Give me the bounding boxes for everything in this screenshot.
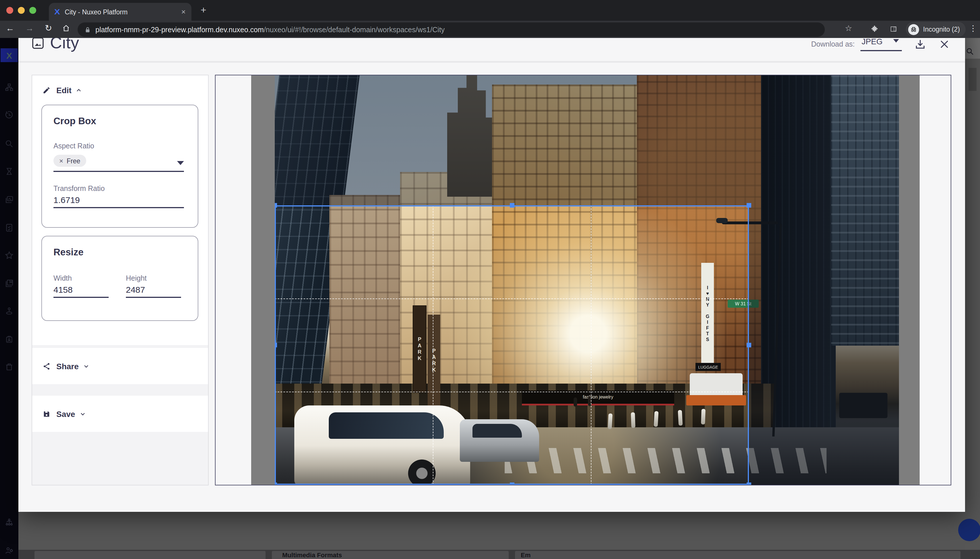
checklist-icon[interactable] [5, 223, 14, 232]
download-as-label: Download as: [811, 40, 855, 48]
workflow-person-icon[interactable] [5, 306, 14, 316]
window-zoom-button[interactable] [29, 7, 36, 14]
nuxeo-logo[interactable]: X [0, 48, 18, 62]
crop-handle-w[interactable] [275, 343, 277, 347]
save-section: Save [32, 396, 208, 432]
crop-handle-ne[interactable] [747, 203, 751, 208]
crop-box-card: Crop Box Aspect Ratio × Free Transform R… [41, 105, 198, 228]
incognito-label: Incognito (2) [923, 26, 960, 33]
chevron-down-icon [83, 362, 90, 369]
edit-panel: Edit Crop Box Aspect Ratio × Free Transf… [31, 75, 209, 485]
app-sidebar: X [0, 38, 18, 559]
browser-menu-icon[interactable]: ⋮ [969, 23, 977, 33]
chevron-down-icon [79, 410, 86, 417]
crop-handle-se[interactable] [747, 483, 751, 485]
crop-handle-n[interactable] [510, 203, 515, 208]
admin-person-gear-icon[interactable] [5, 546, 14, 555]
background-bottom-strip: Multimedia Formats Em [18, 550, 980, 559]
image-preview-area: fashion jewelry PARK PARK I♥NY GIFTS LUG… [215, 75, 951, 485]
width-label: Width [53, 275, 72, 282]
incognito-icon [908, 24, 919, 35]
aspect-ratio-chip[interactable]: × Free [53, 155, 86, 167]
new-tab-button[interactable]: + [201, 5, 206, 16]
save-floppy-icon [43, 410, 51, 418]
transform-ratio-label: Transform Ratio [53, 185, 105, 193]
user-hierarchy-icon[interactable] [5, 518, 14, 528]
tab-close-icon[interactable]: × [181, 8, 186, 15]
background-card: Em [515, 551, 960, 559]
screen: X City [0, 0, 980, 559]
chip-remove-icon[interactable]: × [59, 157, 63, 165]
browse-icon[interactable] [5, 83, 14, 92]
resize-title: Resize [53, 247, 84, 258]
side-panel-icon[interactable] [890, 25, 897, 35]
forward-button[interactable]: → [25, 23, 34, 33]
floating-action-button [958, 519, 980, 541]
lock-icon [84, 26, 91, 33]
background-right-column [965, 59, 980, 550]
crop-box-title: Crop Box [53, 116, 96, 127]
favorites-star-icon[interactable] [5, 251, 14, 260]
browser-toolbar: ← → ↻ platform-nmm-pr-29-preview.platfor… [0, 21, 980, 38]
extensions-puzzle-icon[interactable] [871, 25, 878, 35]
download-button[interactable] [914, 38, 926, 50]
crop-handle-s[interactable] [510, 483, 515, 485]
search-icon[interactable] [5, 139, 14, 148]
crop-selection[interactable] [275, 205, 749, 485]
chevron-up-icon [76, 87, 82, 94]
search-icon [966, 47, 975, 56]
background-card [35, 551, 266, 559]
home-button[interactable] [62, 24, 70, 34]
height-label: Height [126, 275, 147, 282]
edit-section-header[interactable]: Edit [32, 75, 208, 105]
aspect-ratio-label: Aspect Ratio [53, 142, 94, 150]
crop-handle-e[interactable] [747, 343, 751, 347]
url-domain: platform-nmm-pr-29-preview.platform.dev.… [96, 26, 264, 34]
url-path: /nuxeo/ui/#!/browse/default-domain/works… [264, 26, 445, 34]
badge-icon[interactable] [5, 335, 14, 344]
edit-section: Edit Crop Box Aspect Ratio × Free Transf… [32, 75, 208, 345]
save-section-header[interactable]: Save [32, 396, 208, 432]
share-section-header[interactable]: Share [32, 348, 208, 384]
close-button[interactable] [939, 38, 950, 50]
format-select[interactable]: JPEG [860, 37, 902, 51]
chevron-down-icon[interactable] [177, 161, 184, 165]
crop-handle-nw[interactable] [275, 203, 277, 208]
width-input[interactable] [53, 284, 109, 298]
pencil-icon [43, 86, 51, 94]
crop-mask-bottom [275, 485, 749, 485]
crop-mask-right [749, 205, 899, 485]
reload-button[interactable]: ↻ [45, 23, 52, 33]
window-close-button[interactable] [6, 7, 13, 14]
back-button[interactable]: ← [6, 23, 14, 33]
history-icon[interactable] [5, 111, 14, 120]
scrollbar-thumb[interactable] [968, 68, 977, 91]
height-input[interactable] [126, 284, 181, 298]
bookmark-star-icon[interactable]: ☆ [845, 23, 852, 33]
tasks-hourglass-icon[interactable] [5, 167, 14, 176]
city-photo[interactable]: fashion jewelry PARK PARK I♥NY GIFTS LUG… [275, 75, 899, 485]
trash-icon[interactable] [5, 362, 14, 372]
image-editor-dialog: City Download as: JPEG [18, 21, 965, 512]
share-icon [43, 362, 51, 370]
image-icon [31, 36, 45, 50]
nuxeo-favicon: X [54, 7, 60, 16]
assets-icon[interactable] [5, 195, 14, 204]
incognito-badge[interactable]: Incognito (2) [906, 22, 966, 37]
browser-tab-strip: X City - Nuxeo Platform × + [0, 0, 980, 21]
share-section: Share [32, 348, 208, 384]
background-card: Multimedia Formats [272, 551, 509, 559]
resize-card: Resize Width Height [41, 236, 198, 321]
address-bar[interactable]: platform-nmm-pr-29-preview.platform.dev.… [78, 22, 825, 37]
crop-handle-sw[interactable] [275, 483, 277, 485]
tab-title: City - Nuxeo Platform [65, 8, 181, 15]
chevron-down-icon [893, 39, 899, 43]
collections-icon[interactable] [5, 279, 14, 288]
window-minimize-button[interactable] [18, 7, 25, 14]
transform-ratio-input[interactable] [53, 195, 184, 208]
cropper-canvas: fashion jewelry PARK PARK I♥NY GIFTS LUG… [251, 75, 920, 485]
crop-mask-top [275, 75, 899, 205]
aspect-field-underline [53, 171, 184, 172]
browser-tab[interactable]: X City - Nuxeo Platform × [49, 3, 191, 21]
